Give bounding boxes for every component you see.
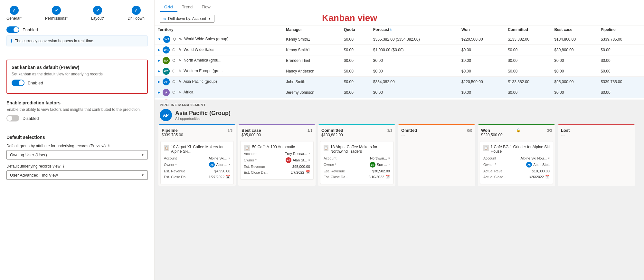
kanban-header: PIPELINE MANAGEMENT (155, 100, 644, 109)
expand-icon[interactable]: ▶ (158, 59, 160, 62)
card-est-close: Est. Close Da... 3/7/2022 📅 (244, 170, 310, 174)
divider-2 (6, 128, 148, 128)
calendar-icon[interactable]: 📅 (385, 175, 390, 179)
expand-icon[interactable]: ▶ (158, 48, 160, 52)
remove-owner-icon[interactable]: × (308, 159, 310, 162)
column-name: Best case (242, 128, 261, 133)
card-owner: Owner * AS Alan St... × (244, 157, 310, 163)
card-title: 10 Airpot XL Coffee Makers for Alpine Sk… (171, 145, 230, 154)
card-icon: 📋 (244, 145, 250, 151)
link-icon[interactable]: ⬡ (172, 58, 175, 62)
card-title: 18 Airpot Coffee Makers for Northwind Tr… (330, 145, 390, 154)
pipeline-cell: $0.00 (598, 66, 644, 77)
best-case-cell: $0.00 (551, 55, 597, 66)
forecast-cell: $354,382.00 (370, 77, 458, 87)
step-label-layout: Layout* (91, 16, 104, 21)
remove-icon[interactable]: × (548, 157, 550, 160)
calendar-icon[interactable]: 📅 (226, 175, 230, 179)
table-row: ▼ WS ⬡ ✎ World Wide Sales (group) (155, 34, 283, 45)
committed-cell: $133,882.00 (505, 34, 551, 45)
column-header: Omitted 0/0 --- (398, 124, 475, 139)
step-circle-layout: ✓ (93, 6, 102, 15)
col-won: Won (458, 25, 505, 34)
col-quota: Quota (341, 25, 370, 34)
forecast-cell: $0.00 (370, 55, 458, 66)
expand-icon[interactable]: ▶ (158, 80, 160, 83)
kanban-area: PIPELINE MANAGEMENT AP Asia Pacific (Gro… (155, 100, 644, 280)
link-icon[interactable]: ⬡ (173, 37, 176, 41)
enabled-toggle[interactable] (6, 26, 19, 33)
pipeline-cell: $0.00 (598, 87, 644, 98)
step-label-permissions: Permissions* (45, 16, 68, 21)
card-account: Account Northwin... × (324, 156, 390, 160)
col-bestcase: Best case (551, 25, 597, 34)
remove-icon[interactable]: × (388, 157, 390, 160)
info-icon: ℹ (11, 38, 12, 43)
card-icon: 📋 (164, 145, 169, 151)
link-icon[interactable]: ⬡ (172, 69, 175, 73)
link-icon[interactable]: ⬡ (172, 90, 175, 94)
remove-owner-icon[interactable]: × (229, 163, 230, 166)
edit-icon[interactable]: ✎ (178, 69, 181, 73)
drill-chevron-icon: ▼ (208, 17, 211, 20)
column-amount: $133,882.00 (321, 133, 392, 137)
owner-avatar: AS (209, 162, 215, 168)
tab-flow[interactable]: Flow (197, 3, 215, 12)
tab-trend[interactable]: Trend (177, 3, 197, 12)
column-amount: $339,785.00 (162, 133, 232, 137)
calendar-icon[interactable]: 📅 (306, 170, 310, 174)
remove-owner-icon[interactable]: × (388, 163, 390, 166)
step-general: ✓ General* (6, 6, 22, 21)
tab-grid[interactable]: Grid (160, 3, 177, 12)
remove-icon[interactable]: × (229, 157, 230, 160)
table-row: ▶ A ⬡ ✎ Africa (155, 87, 283, 98)
owner-avatar: AS (286, 157, 291, 163)
wizard-steps: ✓ General* ✓ Permissions* ✓ Layout* ✓ Dr… (6, 0, 148, 26)
remove-icon[interactable]: × (308, 152, 310, 155)
column-amount: $95,000.00 (242, 133, 312, 137)
manager-cell: Kenny Smith1 (283, 34, 341, 45)
link-icon[interactable]: ⬡ (172, 80, 175, 83)
edit-icon[interactable]: ✎ (178, 90, 181, 94)
edit-icon[interactable]: ✎ (179, 37, 182, 41)
manager-cell: Jeremy Johnson (283, 87, 341, 98)
won-cell: $0.00 (458, 87, 505, 98)
view-dropdown[interactable]: User Advanced Find View ▼ (6, 170, 148, 180)
kanban-subheader: AP Asia Pacific (Group) All opportunitie… (155, 109, 644, 124)
prediction-toggle-row: Disabled (6, 115, 148, 121)
kanban-toggle[interactable] (12, 80, 24, 86)
owner-avatar: SN (370, 162, 375, 168)
group-field-label: Default group by attribute for underlyin… (6, 144, 148, 148)
calendar-icon[interactable]: 📅 (545, 175, 550, 179)
prediction-toggle[interactable] (6, 115, 19, 121)
best-case-cell: $95,000.00 (551, 77, 597, 87)
col-count: 5/5 (228, 129, 232, 132)
defaults-section: Default selections Default group by attr… (6, 135, 148, 180)
card-icon: 📋 (483, 145, 489, 151)
expand-icon[interactable]: ▶ (158, 91, 160, 94)
edit-icon[interactable]: ✎ (178, 58, 181, 62)
avatar: A (163, 89, 170, 96)
enabled-toggle-label: Enabled (23, 27, 38, 32)
forecast-cell: $1,000.00 ($0.00) (370, 45, 458, 55)
edit-icon[interactable]: ✎ (178, 80, 181, 83)
edit-icon[interactable]: ✎ (178, 48, 181, 52)
group-field: Default group by attribute for underlyin… (6, 144, 148, 159)
step-circle-permissions: ✓ (52, 6, 61, 15)
group-dropdown[interactable]: Owning User (User) ▼ (6, 150, 148, 159)
view-tabs: Grid Trend Flow (155, 0, 644, 12)
expand-icon[interactable]: ▼ (158, 37, 161, 41)
table-row: ▶ NA ⬡ ✎ North America (grou... (155, 55, 283, 66)
committed-cell: $0.00 (505, 87, 551, 98)
group-dropdown-value: Owning User (User) (10, 152, 47, 157)
group-info-icon: ℹ (108, 144, 110, 148)
expand-icon[interactable]: ▶ (158, 69, 160, 73)
col-committed: Committed (505, 25, 551, 34)
link-icon[interactable]: ⬡ (172, 48, 175, 52)
card-account: Account Alpine Ski Hou... × (483, 156, 550, 160)
quota-cell: $0.00 (341, 55, 370, 66)
table-area: Grid Trend Flow ⊕ Drill down by: Account… (155, 0, 644, 100)
kanban-card: 📋 18 Airpot Coffee Makers for Northwind … (320, 141, 393, 184)
step-permissions: ✓ Permissions* (45, 6, 68, 21)
drill-down-button[interactable]: ⊕ Drill down by: Account ▼ (160, 15, 214, 23)
